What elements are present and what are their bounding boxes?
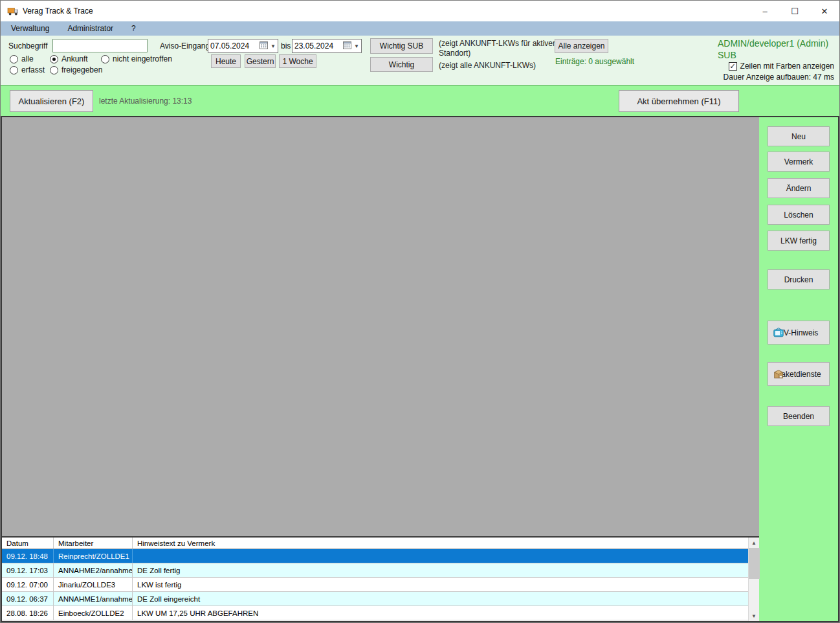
action-sidebar: Neu Vermerk Ändern Löschen LKW fertig Dr… <box>759 116 839 622</box>
chevron-down-icon[interactable]: ▼ <box>271 43 276 49</box>
tv-hinweis-label: TV-Hinweis <box>779 328 819 337</box>
calendar-icon <box>343 41 351 51</box>
cell-mitarbeiter: Reinprecht/ZOLLDE1 <box>54 549 133 563</box>
maximize-button[interactable]: ☐ <box>780 1 810 21</box>
checkbox-label: Zeilen mit Farben anzeigen <box>740 62 834 71</box>
show-all-button[interactable]: Alle anzeigen <box>555 39 608 53</box>
scroll-up-icon[interactable]: ▲ <box>749 538 760 548</box>
main-pane: Datum Mitarbeiter Hinweistext zu Vermerk… <box>1 116 759 622</box>
empty-data-grid[interactable] <box>2 117 759 536</box>
row-colors-checkbox[interactable]: Zeilen mit Farben anzeigen <box>729 62 834 71</box>
menu-help[interactable]: ? <box>125 22 142 35</box>
one-week-button[interactable]: 1 Woche <box>279 54 316 68</box>
table-header-row: Datum Mitarbeiter Hinweistext zu Vermerk <box>2 538 748 549</box>
radio-nicht-eingetroffen[interactable]: nicht eingetroffen <box>101 54 172 63</box>
yesterday-button[interactable]: Gestern <box>245 54 276 68</box>
radio-label: freigegeben <box>61 65 102 74</box>
aviso-label: Aviso-Eingang <box>160 41 210 51</box>
bis-label: bis <box>281 41 291 51</box>
table-row[interactable]: 09.12. 07:00 Jinariu/ZOLLDE3 LKW ist fer… <box>2 578 748 592</box>
radio-erfasst[interactable]: erfasst <box>10 65 45 74</box>
scrollbar-track[interactable] <box>749 548 760 611</box>
radio-dot <box>10 66 18 74</box>
package-icon <box>773 368 784 379</box>
user-name: ADMIN/developer1 (Admin) <box>718 38 828 49</box>
truck-app-icon <box>7 6 19 16</box>
wichtig-sub-button[interactable]: Wichtig SUB <box>370 38 433 54</box>
table-row[interactable]: 28.08. 18:26 Einboeck/ZOLLDE2 LKW UM 17,… <box>2 606 748 620</box>
vermerk-table: Datum Mitarbeiter Hinweistext zu Vermerk… <box>2 538 748 621</box>
drucken-button[interactable]: Drucken <box>768 269 830 289</box>
table-scrollbar[interactable]: ▲ ▼ <box>748 538 759 621</box>
entries-status: Einträge: 0 ausgewählt <box>555 57 634 66</box>
lkw-fertig-button[interactable]: LKW fertig <box>768 231 830 251</box>
cell-mitarbeiter: Jinariu/ZOLLDE3 <box>54 578 133 591</box>
wichtig-sub-hint: (zeigt ANKUNFT-LKWs für aktiven Standort… <box>439 39 571 58</box>
col-header-hinweistext[interactable]: Hinweistext zu Vermerk <box>133 538 748 549</box>
refresh-button[interactable]: Aktualisieren (F2) <box>10 90 93 112</box>
cell-datum: 09.12. 06:37 <box>2 592 54 606</box>
paketdienste-button[interactable]: Paketdienste <box>768 362 830 386</box>
search-input[interactable] <box>52 39 148 52</box>
col-header-mitarbeiter[interactable]: Mitarbeiter <box>54 538 133 549</box>
aendern-button[interactable]: Ändern <box>768 178 830 198</box>
user-location: SUB <box>718 50 736 60</box>
radio-label: erfasst <box>21 65 45 74</box>
window-controls: – ☐ ✕ <box>750 1 839 21</box>
date-to-picker[interactable]: 23.05.2024 ▼ <box>292 39 362 53</box>
app-window: Verag Track & Trace – ☐ ✕ Verwaltung Adm… <box>0 0 840 623</box>
table-row[interactable]: 09.12. 06:37 ANNAHME1/annahme1 DE Zoll e… <box>2 592 748 606</box>
vermerk-log-panel: Datum Mitarbeiter Hinweistext zu Vermerk… <box>2 536 759 621</box>
radio-label: nicht eingetroffen <box>113 54 172 63</box>
tv-icon <box>773 327 784 338</box>
radio-alle[interactable]: alle <box>10 54 34 63</box>
scroll-down-icon[interactable]: ▼ <box>749 611 760 621</box>
filter-panel: Suchbegriff alle Ankunft nicht eingetrof… <box>1 36 839 85</box>
search-label: Suchbegriff <box>8 41 48 51</box>
radio-dot <box>50 55 58 63</box>
cell-hinweis: LKW UM 17,25 UHR ABGEFAHREN <box>133 606 748 620</box>
calendar-icon <box>260 41 268 51</box>
title-bar: Verag Track & Trace – ☐ ✕ <box>1 1 839 21</box>
chevron-down-icon[interactable]: ▼ <box>354 43 359 49</box>
loeschen-button[interactable]: Löschen <box>768 205 830 225</box>
cell-datum: 09.12. 18:48 <box>2 549 54 563</box>
cell-mitarbeiter: ANNAHME1/annahme1 <box>54 592 133 606</box>
today-button[interactable]: Heute <box>211 54 241 68</box>
minimize-button[interactable]: – <box>750 1 780 21</box>
scrollbar-thumb[interactable] <box>749 548 760 579</box>
date-from-picker[interactable]: 07.05.2024 ▼ <box>208 39 278 53</box>
tv-hinweis-button[interactable]: TV-Hinweis <box>768 321 830 345</box>
content-area: Datum Mitarbeiter Hinweistext zu Vermerk… <box>1 116 839 622</box>
table-row[interactable]: 09.12. 18:48 Reinprecht/ZOLLDE1 <box>2 549 748 563</box>
cell-hinweis: LKW ist fertig <box>133 578 748 591</box>
menu-bar: Verwaltung Administrator ? <box>1 21 839 36</box>
radio-label: alle <box>21 54 34 63</box>
command-bar: Aktualisieren (F2) letzte Aktualisierung… <box>1 85 839 116</box>
menu-verwaltung[interactable]: Verwaltung <box>5 22 56 35</box>
cell-datum: 09.12. 07:00 <box>2 578 54 591</box>
radio-label: Ankunft <box>61 54 88 63</box>
beenden-button[interactable]: Beenden <box>768 406 830 426</box>
close-button[interactable]: ✕ <box>810 1 839 21</box>
last-refresh-text: letzte Aktualisierung: 13:13 <box>99 85 192 117</box>
date-to-value: 23.05.2024 <box>294 41 342 51</box>
col-header-datum[interactable]: Datum <box>2 538 54 549</box>
cell-mitarbeiter: ANNAHME2/annahme2 <box>54 563 133 577</box>
vermerk-button[interactable]: Vermerk <box>768 152 830 172</box>
radio-freigegeben[interactable]: freigegeben <box>50 65 102 74</box>
radio-ankunft[interactable]: Ankunft <box>50 54 88 63</box>
menu-administrator[interactable]: Administrator <box>61 22 120 35</box>
wichtig-button[interactable]: Wichtig <box>370 57 433 72</box>
radio-dot <box>50 66 58 74</box>
cell-hinweis: DE Zoll eingereicht <box>133 592 748 606</box>
takeover-button[interactable]: Akt übernehmen (F11) <box>619 90 739 112</box>
cell-datum: 28.08. 18:26 <box>2 606 54 620</box>
table-row[interactable]: 09.12. 17:03 ANNAHME2/annahme2 DE Zoll f… <box>2 563 748 578</box>
checkbox-icon <box>729 62 737 71</box>
cell-hinweis: DE Zoll fertig <box>133 563 748 577</box>
neu-button[interactable]: Neu <box>768 126 830 146</box>
radio-dot <box>101 55 109 63</box>
render-duration-text: Dauer Anzeige aufbauen: 47 ms <box>724 73 834 82</box>
window-title: Verag Track & Trace <box>23 6 93 16</box>
